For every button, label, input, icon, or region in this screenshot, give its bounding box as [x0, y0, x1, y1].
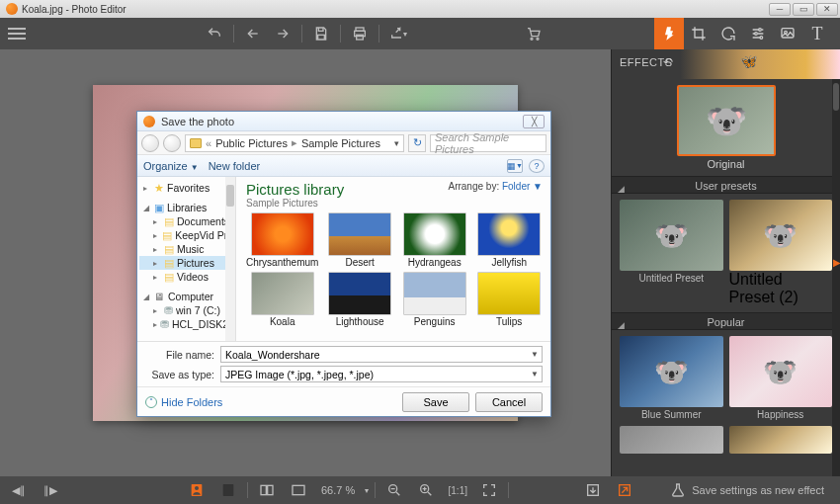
dialog-footer: ˄Hide Folders Save Cancel	[137, 386, 550, 416]
separator	[375, 482, 376, 498]
separator	[340, 25, 341, 42]
tree-item[interactable]: ▸▤KeepVid Pro	[139, 228, 233, 242]
svg-point-3	[531, 38, 533, 40]
file-item[interactable]: Penguins	[401, 272, 468, 327]
savetype-select[interactable]: JPEG Image (*.jpg, *.jpeg, *.jpe)▼	[220, 366, 543, 382]
file-item[interactable]: Chrysanthemum	[246, 212, 318, 268]
file-area: Pictures library Sample Pictures Arrange…	[236, 177, 550, 341]
close-button[interactable]: ✕	[816, 3, 838, 16]
bottom-bar: ◀∥ ∥▶ 66.7 %▾ [1:1] Save settings as new…	[0, 476, 840, 504]
filename-input[interactable]: Koala_Wondershare▼	[220, 346, 543, 363]
breadcrumb-item[interactable]: Public Pictures	[215, 137, 288, 149]
svg-point-7	[760, 37, 763, 40]
tree-item[interactable]: ▸▤Videos	[139, 270, 233, 284]
adjust-tab[interactable]	[743, 18, 773, 49]
tree-item-selected[interactable]: ▸▤Pictures	[139, 256, 233, 270]
maximize-button[interactable]: ▭	[793, 3, 814, 16]
tree-item[interactable]: ▸⛃HCL_DISK2 (D:)	[139, 317, 233, 331]
filename-label: File name:	[145, 349, 214, 361]
cancel-button[interactable]: Cancel	[475, 392, 543, 412]
tree-item[interactable]: ▸▤Music	[139, 242, 233, 256]
new-folder-button[interactable]: New folder	[209, 160, 261, 172]
search-input[interactable]: Search Sample Pictures	[430, 134, 546, 152]
popular-row: 🐨Blue Summer 🐨Happiness	[612, 330, 840, 426]
tree-scrollbar[interactable]	[225, 177, 235, 341]
panel-scrollbar[interactable]	[832, 79, 840, 476]
library-subtitle: Sample Pictures	[246, 198, 344, 209]
back-button[interactable]	[238, 19, 268, 48]
portrait-icon[interactable]	[184, 478, 210, 502]
export-button[interactable]	[612, 478, 637, 502]
separator	[508, 482, 509, 498]
original-thumb[interactable]: 🐨	[677, 85, 776, 156]
preset-item[interactable]	[620, 426, 723, 454]
next-image-button[interactable]: ∥▶	[38, 478, 63, 502]
tree-item-libraries[interactable]: ◢▣Libraries	[139, 201, 233, 214]
breadcrumb-item[interactable]: Sample Pictures	[301, 137, 380, 149]
file-item[interactable]: Koala	[246, 272, 318, 327]
preset-item[interactable]	[729, 426, 833, 454]
preset-item[interactable]: 🐨Untitled Preset (2)	[729, 200, 833, 306]
view-mode-button[interactable]: ▦▼	[507, 159, 523, 173]
flask-icon	[670, 482, 686, 498]
folder-icon	[190, 138, 202, 148]
import-button[interactable]	[580, 478, 606, 502]
file-item[interactable]: Tulips	[475, 272, 543, 327]
arrange-by[interactable]: Arrange by: Folder ▼	[448, 181, 543, 192]
menu-button[interactable]	[8, 28, 26, 40]
effects-undo-icon[interactable]: ↶	[663, 55, 673, 69]
print-button[interactable]	[345, 19, 375, 48]
file-item[interactable]: Desert	[326, 212, 393, 268]
file-item[interactable]: Lighthouse	[326, 272, 393, 327]
preset-item[interactable]: 🐨Untitled Preset	[620, 200, 723, 306]
minimize-button[interactable]: ─	[769, 3, 791, 16]
dialog-nav: « Public Pictures ▸ Sample Pictures ▾ ↻ …	[137, 131, 550, 155]
folder-tree[interactable]: ▸★Favorites ◢▣Libraries ▸▤Documents ▸▤Ke…	[137, 177, 236, 341]
fullscreen-button[interactable]	[476, 478, 502, 502]
save-as-effect-button[interactable]: Save settings as new effect	[670, 482, 834, 498]
portrait-dark-icon[interactable]	[215, 478, 241, 502]
undo-button[interactable]	[200, 19, 229, 48]
preset-item[interactable]: 🐨Blue Summer	[620, 336, 723, 420]
tree-item[interactable]: ▸⛃win 7 (C:)	[139, 303, 233, 317]
color-tab[interactable]	[773, 18, 802, 49]
nav-back-button[interactable]	[141, 134, 159, 152]
organize-button[interactable]: Organize ▼	[143, 160, 199, 172]
dialog-titlebar[interactable]: Save the photo ╳	[137, 112, 550, 131]
zoom-in-button[interactable]	[413, 478, 439, 502]
file-grid: Chrysanthemum Desert Hydrangeas Jellyfis…	[246, 212, 543, 327]
zoom-out-button[interactable]	[381, 478, 407, 502]
save-file-button[interactable]: Save	[402, 392, 469, 412]
text-tab[interactable]: T	[802, 18, 832, 49]
file-item[interactable]: Jellyfish	[475, 212, 543, 268]
preset-caption: Happiness	[729, 409, 833, 420]
forward-button[interactable]	[268, 19, 297, 48]
rotate-tab[interactable]	[714, 18, 743, 49]
savetype-label: Save as type:	[145, 369, 214, 380]
effects-header: EFFECTS ↶	[612, 49, 840, 79]
cart-button[interactable]	[519, 19, 548, 48]
popular-header[interactable]: ◢Popular	[612, 312, 840, 330]
compare-button[interactable]	[254, 478, 280, 502]
user-presets-header[interactable]: ◢User presets	[612, 176, 840, 194]
help-button[interactable]: ?	[529, 159, 545, 173]
tree-item-favorites[interactable]: ▸★Favorites	[139, 181, 233, 195]
save-button[interactable]	[306, 19, 336, 48]
dialog-close-button[interactable]: ╳	[523, 115, 545, 128]
hide-folders-button[interactable]: ˄Hide Folders	[145, 396, 222, 408]
refresh-button[interactable]: ↻	[408, 134, 426, 152]
tree-item-computer[interactable]: ◢🖥Computer	[139, 290, 233, 303]
nav-forward-button[interactable]	[163, 134, 181, 152]
actual-size-button[interactable]: [1:1]	[445, 478, 470, 502]
tree-item[interactable]: ▸▤Documents	[139, 214, 233, 228]
effects-tab[interactable]	[654, 18, 684, 49]
fit-button[interactable]	[286, 478, 311, 502]
user-presets-row: 🐨Untitled Preset 🐨Untitled Preset (2)	[612, 194, 840, 312]
collapse-panel-icon[interactable]: ▶	[833, 257, 840, 268]
prev-image-button[interactable]: ◀∥	[6, 478, 32, 502]
crop-tab[interactable]	[684, 18, 714, 49]
preset-item[interactable]: 🐨Happiness	[729, 336, 833, 420]
breadcrumb[interactable]: « Public Pictures ▸ Sample Pictures ▾	[185, 134, 404, 152]
share-button[interactable]: ▾	[383, 19, 413, 48]
file-item[interactable]: Hydrangeas	[401, 212, 468, 268]
